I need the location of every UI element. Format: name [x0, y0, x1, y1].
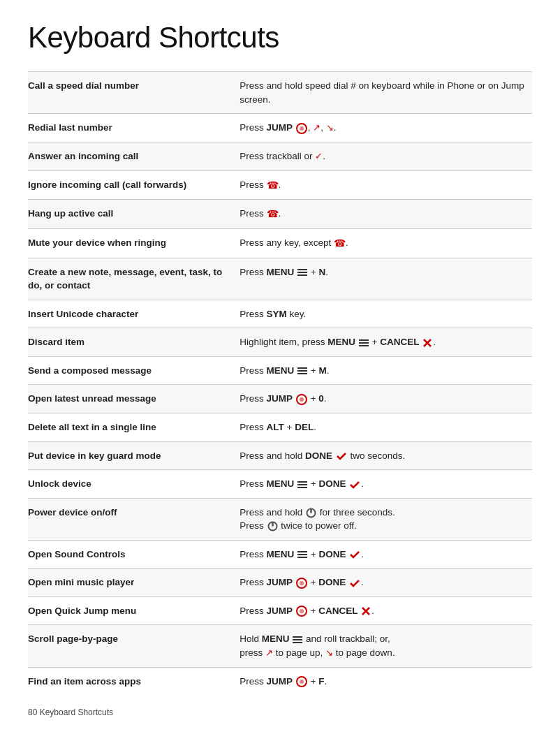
action-cell: Power device on/off — [28, 498, 240, 540]
key-label: MENU — [262, 633, 290, 644]
cancel-icon2 — [361, 606, 371, 616]
table-row: Create a new note, message, event, task,… — [28, 258, 532, 300]
svg-rect-10 — [297, 367, 307, 369]
table-row: Call a speed dial number Press and hold … — [28, 72, 532, 114]
jump-icon — [296, 123, 307, 134]
description-cell: Press MENU + DONE . — [240, 470, 532, 499]
page-title: Keyboard Shortcuts — [28, 21, 532, 54]
key-label: MENU — [327, 337, 355, 347]
svg-point-35 — [300, 680, 304, 684]
scroll-up-icon2: ↗ — [265, 647, 273, 658]
svg-rect-17 — [297, 487, 307, 488]
description-cell: Press JUMP + F. — [240, 667, 532, 695]
svg-rect-12 — [297, 373, 307, 374]
end-icon2: ☎ — [267, 209, 279, 220]
table-row: Mute your device when ringing Press any … — [28, 229, 532, 258]
key-label: MENU — [267, 549, 295, 559]
description-cell: Hold MENU and roll trackball; or,press ↗… — [240, 625, 532, 667]
key-label: JUMP — [267, 393, 293, 404]
key-label: JUMP — [267, 122, 293, 133]
action-cell: Delete all text in a single line — [28, 413, 240, 441]
action-cell: Open latest unread message — [28, 385, 240, 413]
menu-icon2 — [359, 339, 369, 347]
action-cell: Redial last number — [28, 114, 240, 142]
table-row: Redial last number Press JUMP , ↗, ↘. — [28, 114, 532, 142]
table-row: Send a composed message Press MENU + M. — [28, 356, 532, 385]
table-row: Open latest unread message Press JUMP + … — [28, 385, 532, 413]
key-label: MENU — [267, 478, 295, 489]
menu-icon6 — [293, 636, 302, 644]
done-icon4 — [349, 550, 360, 559]
power-icon2 — [267, 521, 278, 532]
svg-rect-4 — [297, 274, 307, 276]
description-cell: Press JUMP + CANCEL . — [240, 596, 532, 625]
footer-text: 80 Keyboard Shortcuts — [28, 708, 532, 717]
action-cell: Ignore incoming call (call forwards) — [28, 170, 240, 200]
description-cell: Press and hold speed dial # on keyboard … — [240, 72, 532, 114]
table-row: Find an item across apps Press JUMP + F. — [28, 667, 532, 695]
action-cell: Hang up active call — [28, 200, 240, 229]
action-cell: Find an item across apps — [28, 667, 240, 695]
key-label: SYM — [267, 309, 287, 319]
svg-rect-32 — [293, 639, 302, 640]
key-label: DEL — [295, 422, 314, 432]
svg-rect-3 — [297, 272, 307, 273]
scroll-up-icon: ↗ — [313, 122, 320, 133]
key-label: 0 — [318, 393, 324, 404]
description-cell: Highlight item, press MENU + CANCEL . — [240, 328, 532, 357]
table-row: Discard item Highlight item, press MENU … — [28, 328, 532, 357]
table-row: Hang up active call Press ☎. — [28, 200, 532, 229]
cancel-icon — [422, 338, 432, 348]
done-icon2 — [336, 451, 347, 461]
key-label: JUMP — [267, 676, 293, 687]
jump-icon4 — [296, 606, 307, 617]
menu-icon4 — [297, 481, 307, 489]
description-cell: Press JUMP , ↗, ↘. — [240, 114, 532, 142]
svg-rect-24 — [297, 557, 307, 558]
svg-rect-7 — [359, 345, 369, 346]
key-label: F — [318, 676, 324, 687]
action-cell: Open Quick Jump menu — [28, 596, 240, 625]
description-cell: Press ALT + DEL. — [240, 413, 532, 441]
svg-rect-11 — [297, 370, 307, 372]
svg-point-14 — [300, 397, 304, 402]
key-label: MENU — [267, 267, 295, 277]
description-cell: Press SYM key. — [240, 300, 532, 328]
key-label: DONE — [318, 549, 346, 559]
jump-icon3 — [296, 578, 307, 589]
power-icon — [306, 508, 316, 518]
key-label: MENU — [267, 365, 295, 376]
done-icon3 — [349, 480, 360, 490]
scroll-down-icon: ↘ — [326, 122, 334, 133]
table-row: Delete all text in a single line Press A… — [28, 413, 532, 441]
menu-icon — [297, 268, 307, 277]
svg-point-26 — [300, 581, 304, 585]
svg-rect-31 — [293, 636, 302, 638]
svg-rect-22 — [297, 551, 307, 552]
action-cell: Discard item — [28, 328, 240, 357]
svg-rect-16 — [297, 484, 307, 485]
table-row: Open Sound Controls Press MENU + DONE . — [28, 540, 532, 569]
table-row: Unlock device Press MENU + DONE . — [28, 470, 532, 499]
description-cell: Press trackball or ✓. — [240, 142, 532, 170]
action-cell: Open mini music player — [28, 569, 240, 597]
action-cell: Put device in key guard mode — [28, 441, 240, 470]
description-cell: Press and hold DONE two seconds. — [240, 441, 532, 470]
svg-rect-5 — [359, 339, 369, 341]
key-label: DONE — [305, 450, 332, 461]
key-label: JUMP — [267, 577, 293, 587]
end-icon: ☎ — [267, 179, 279, 191]
action-cell: Insert Unicode character — [28, 300, 240, 328]
table-row: Power device on/off Press and hold for t… — [28, 498, 532, 540]
action-cell: Create a new note, message, event, task,… — [28, 258, 240, 300]
description-cell: Press JUMP + DONE . — [240, 569, 532, 597]
scroll-down-icon2: ↘ — [325, 647, 333, 658]
description-cell: Press MENU + N. — [240, 258, 532, 300]
description-cell: Press any key, except ☎. — [240, 229, 532, 258]
svg-point-1 — [300, 126, 304, 131]
svg-point-28 — [300, 609, 304, 613]
table-row: Open mini music player Press JUMP + DONE… — [28, 569, 532, 597]
svg-rect-23 — [297, 554, 307, 555]
key-label: M — [318, 365, 326, 376]
description-cell: Press ☎. — [240, 170, 532, 200]
